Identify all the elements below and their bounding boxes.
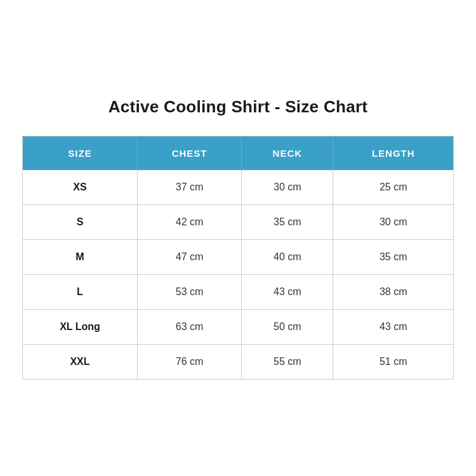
header-neck: NECK [242,136,333,170]
table-row: XL Long63 cm50 cm43 cm [23,309,454,344]
cell-size: M [23,239,138,274]
cell-neck: 40 cm [242,239,333,274]
table-row: XS37 cm30 cm25 cm [23,170,454,205]
cell-length: 51 cm [333,344,454,379]
cell-size: L [23,274,138,309]
header-chest: CHEST [138,136,242,170]
cell-chest: 76 cm [138,344,242,379]
cell-length: 30 cm [333,204,454,239]
cell-neck: 35 cm [242,204,333,239]
page-title: Active Cooling Shirt - Size Chart [22,97,454,117]
cell-length: 38 cm [333,274,454,309]
cell-neck: 55 cm [242,344,333,379]
header-length: LENGTH [333,136,454,170]
cell-neck: 43 cm [242,274,333,309]
header-size: SIZE [23,136,138,170]
cell-chest: 37 cm [138,170,242,205]
table-body: XS37 cm30 cm25 cmS42 cm35 cm30 cmM47 cm4… [23,170,454,380]
table-row: M47 cm40 cm35 cm [23,239,454,274]
table-row: S42 cm35 cm30 cm [23,204,454,239]
table-row: XXL76 cm55 cm51 cm [23,344,454,379]
cell-chest: 53 cm [138,274,242,309]
cell-chest: 42 cm [138,204,242,239]
cell-length: 25 cm [333,170,454,205]
cell-neck: 30 cm [242,170,333,205]
cell-length: 43 cm [333,309,454,344]
table-row: L53 cm43 cm38 cm [23,274,454,309]
cell-length: 35 cm [333,239,454,274]
main-container: Active Cooling Shirt - Size Chart SIZE C… [22,97,454,380]
cell-size: XL Long [23,309,138,344]
size-chart-table: SIZE CHEST NECK LENGTH XS37 cm30 cm25 cm… [22,136,454,380]
cell-chest: 47 cm [138,239,242,274]
table-header-row: SIZE CHEST NECK LENGTH [23,136,454,170]
cell-size: XS [23,170,138,205]
cell-neck: 50 cm [242,309,333,344]
cell-size: XXL [23,344,138,379]
cell-chest: 63 cm [138,309,242,344]
cell-size: S [23,204,138,239]
